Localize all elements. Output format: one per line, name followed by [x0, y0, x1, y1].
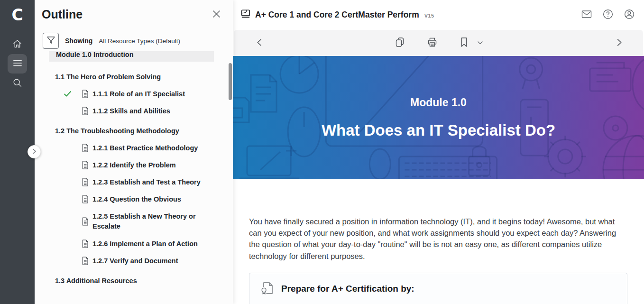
outline-item-module[interactable]: Module 1.0 Introduction [49, 51, 214, 62]
outline-item-label: 1.2 The Troubleshooting Methodology [55, 127, 179, 135]
banner-module-label: Module 1.0 [410, 96, 467, 109]
outline-scrollbar-thumb[interactable] [229, 63, 232, 100]
bookmark-button[interactable] [459, 36, 469, 50]
outline-item-label: 1.2.2 Identify the Problem [92, 160, 176, 170]
account-button[interactable] [623, 8, 636, 22]
course-title: A+ Core 1 and Core 2 CertMaster Perform [255, 10, 419, 20]
filter-row: Showing All Resource Types (Default) [43, 33, 233, 49]
banner-title: What Does an IT Specialist Do? [322, 121, 555, 139]
panel-collapse-button[interactable] [28, 145, 41, 158]
outline-item-section[interactable]: 1.3 Additional Resources [49, 276, 214, 286]
outline-item-label: 1.2.5 Establish a New Theory or Escalate [92, 212, 206, 231]
callout-header: Prepare for A+ Certification by: [260, 281, 617, 297]
close-outline-button[interactable] [211, 8, 222, 21]
reader-toolbar [234, 30, 643, 56]
outline-item-lesson[interactable]: 1.2.3 Establish and Test a Theory [49, 177, 216, 187]
outline-panel: Outline Showing All Resource Types (Defa… [35, 0, 233, 304]
account-icon [624, 9, 635, 21]
outline-item-section[interactable]: 1.2 The Troubleshooting Methodology [49, 126, 214, 136]
showing-value: All Resource Types (Default) [99, 37, 180, 45]
completed-check-icon [64, 91, 72, 97]
outline-title: Outline [42, 8, 83, 21]
main-area: A+ Core 1 and Core 2 CertMaster Perform … [233, 0, 644, 304]
chevron-left-icon [256, 38, 263, 48]
search-button[interactable] [8, 74, 27, 93]
outline-item-label: 1.1.2 Skills and Abilities [92, 106, 170, 116]
previous-page-button[interactable] [255, 37, 264, 49]
outline-item-lesson[interactable]: 1.2.7 Verify and Document [49, 256, 216, 266]
document-icon [82, 257, 89, 265]
print-button[interactable] [425, 36, 439, 50]
tech-pattern-background [233, 56, 644, 179]
outline-item-lesson[interactable]: 1.2.4 Question the Obvious [49, 194, 216, 204]
book-icon [240, 9, 251, 21]
outline-item-label: 1.1.1 Role of an IT Specialist [92, 89, 185, 99]
outline-item-lesson[interactable]: 1.2.6 Implement a Plan of Action [49, 239, 216, 249]
chevron-right-icon [616, 38, 623, 48]
document-icon [82, 161, 89, 169]
home-icon [12, 39, 22, 50]
outline-item-label: 1.2.4 Question the Obvious [92, 194, 181, 204]
lesson-paragraph: You have finally secured a position in i… [249, 216, 627, 262]
chevron-down-icon [477, 39, 483, 46]
document-icon [82, 195, 89, 203]
outline-item-label: Module 1.0 Introduction [56, 51, 134, 58]
document-icon [82, 178, 89, 186]
outline-item-lesson[interactable]: 1.1.2 Skills and Abilities [49, 106, 216, 116]
outline-item-label: 1.2.1 Best Practice Methodology [92, 143, 198, 153]
outline-item-lesson[interactable]: 1.1.1 Role of an IT Specialist [49, 89, 216, 99]
outline-item-lesson[interactable]: 1.2.5 Establish a New Theory or Escalate [49, 212, 216, 231]
outline-button[interactable] [8, 54, 27, 74]
certification-callout: Prepare for A+ Certification by: Describ… [249, 273, 627, 304]
home-button[interactable] [8, 35, 27, 54]
copy-button[interactable] [393, 36, 405, 50]
outline-item-lesson[interactable]: 1.2.2 Identify the Problem [49, 160, 216, 170]
filter-funnel-icon [46, 36, 55, 46]
rail-nav [8, 35, 27, 93]
chevron-right-small-icon [32, 148, 37, 156]
course-header-actions [580, 8, 636, 22]
bookmark-icon [460, 37, 468, 49]
copy-icon [394, 37, 405, 49]
close-icon [212, 10, 221, 19]
envelope-icon [581, 9, 592, 21]
toolbar-center-group [393, 36, 484, 50]
course-header: A+ Core 1 and Core 2 CertMaster Perform … [233, 0, 644, 29]
outline-list: Module 1.0 Introduction 1.1 The Hero of … [35, 51, 233, 304]
filter-button[interactable] [43, 33, 59, 49]
help-button[interactable] [601, 8, 615, 22]
print-icon [426, 37, 438, 49]
document-icon [82, 90, 89, 98]
document-icon [82, 144, 89, 152]
bookmark-menu-button[interactable] [476, 38, 484, 47]
outline-item-label: 1.2.3 Establish and Test a Theory [92, 177, 201, 187]
app-root: C [0, 0, 644, 304]
callout-title: Prepare for A+ Certification by: [281, 284, 414, 294]
lesson-content: You have finally secured a position in i… [233, 179, 644, 304]
certificate-icon [260, 281, 275, 297]
bookmark-group [459, 36, 484, 50]
search-icon [12, 78, 22, 89]
outline-item-label: 1.2.7 Verify and Document [92, 256, 178, 266]
brand-logo: C [11, 4, 23, 27]
course-version-badge: V15 [424, 13, 434, 18]
outline-menu-icon [13, 59, 22, 68]
document-icon [82, 240, 89, 248]
outline-item-label: 1.3 Additional Resources [55, 277, 137, 285]
module-hero-banner: Module 1.0 What Does an IT Specialist Do… [233, 56, 644, 179]
outline-item-label: 1.2.6 Implement a Plan of Action [92, 239, 198, 249]
document-icon [82, 217, 89, 226]
outline-item-lesson[interactable]: 1.2.1 Best Practice Methodology [49, 143, 216, 153]
next-page-button[interactable] [615, 37, 624, 49]
outline-panel-header: Outline [35, 0, 233, 21]
help-icon [602, 9, 614, 21]
document-icon [82, 107, 89, 115]
course-header-left: A+ Core 1 and Core 2 CertMaster Perform … [240, 9, 434, 21]
outline-item-section[interactable]: 1.1 The Hero of Problem Solving [49, 72, 214, 82]
messages-button[interactable] [580, 8, 593, 22]
showing-label: Showing [65, 37, 92, 45]
outline-item-label: 1.1 The Hero of Problem Solving [55, 73, 161, 81]
